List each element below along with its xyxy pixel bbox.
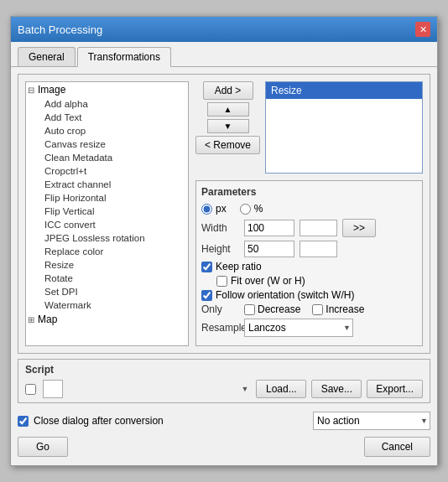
batch-processing-dialog: Batch Processing ✕ General Transformatio… bbox=[10, 16, 438, 466]
tree-item-icc-convert[interactable]: ICC convert bbox=[26, 218, 188, 231]
follow-orientation-checkbox[interactable] bbox=[201, 290, 212, 301]
dialog-title: Batch Processing bbox=[18, 23, 102, 36]
dialog-content: ⊟ Image Add alpha Add Text Auto crop Can… bbox=[11, 67, 437, 465]
width-row: Width >> bbox=[201, 219, 417, 237]
tree-item-watermark[interactable]: Watermark bbox=[26, 298, 188, 312]
radio-pct-label[interactable]: % bbox=[240, 203, 263, 215]
tree-item-add-alpha[interactable]: Add alpha bbox=[26, 97, 188, 111]
tree-item-resize[interactable]: Resize bbox=[26, 258, 188, 272]
tree-scroll[interactable]: ⊟ Image Add alpha Add Text Auto crop Can… bbox=[26, 82, 188, 325]
no-action-combo[interactable]: No action Open folder Shutdown ▼ bbox=[313, 412, 430, 430]
tree-item-canvas-resize[interactable]: Canvas resize bbox=[26, 137, 188, 151]
tree-item-auto-crop[interactable]: Auto crop bbox=[26, 124, 188, 137]
script-checkbox[interactable] bbox=[25, 384, 36, 395]
tree-item-replace-color[interactable]: Replace color bbox=[26, 245, 188, 258]
script-combo-arrow-icon: ▼ bbox=[241, 385, 248, 393]
increase-checkbox[interactable] bbox=[312, 304, 323, 315]
follow-orientation-label: Follow orientation (switch W/H) bbox=[216, 289, 354, 301]
radio-px[interactable] bbox=[201, 204, 212, 215]
resample-select[interactable]: Lanczos Bilinear Bicubic Nearest None bbox=[244, 319, 353, 337]
width-label: Width bbox=[201, 222, 239, 234]
expand-icon: ⊟ bbox=[28, 86, 34, 95]
width-arrow-button[interactable]: >> bbox=[342, 219, 376, 237]
tree-item-cropctrl[interactable]: Cropctrl+t bbox=[26, 164, 188, 178]
title-bar: Batch Processing ✕ bbox=[11, 17, 437, 42]
script-combo-wrapper: ▼ bbox=[43, 380, 251, 398]
script-title: Script bbox=[25, 364, 423, 376]
params-section: Parameters px % Width bbox=[195, 180, 423, 346]
keep-ratio-row: Keep ratio bbox=[201, 261, 417, 272]
action-list[interactable]: Resize bbox=[265, 81, 423, 174]
tree-item-image[interactable]: ⊟ Image bbox=[26, 82, 188, 97]
no-action-select[interactable]: No action Open folder Shutdown bbox=[313, 412, 430, 430]
decrease-group: Decrease bbox=[244, 303, 300, 315]
tree-item-map[interactable]: ⊞ Map bbox=[26, 312, 188, 325]
tree-item-add-text[interactable]: Add Text bbox=[26, 111, 188, 124]
tree-item-set-dpi[interactable]: Set DPI bbox=[26, 285, 188, 298]
script-section: Script ▼ Load... Save... Export... bbox=[18, 359, 430, 403]
only-label: Only bbox=[201, 303, 239, 315]
down-button[interactable]: ▼ bbox=[207, 119, 249, 133]
decrease-checkbox[interactable] bbox=[244, 304, 255, 315]
close-button[interactable]: ✕ bbox=[415, 22, 430, 37]
keep-ratio-label: Keep ratio bbox=[216, 261, 262, 272]
tree-item-rotate[interactable]: Rotate bbox=[26, 272, 188, 285]
add-button[interactable]: Add > bbox=[203, 81, 253, 100]
width-input[interactable] bbox=[244, 220, 294, 236]
footer-left: Close dialog after conversion bbox=[18, 415, 164, 427]
fit-over-label: Fit over (W or H) bbox=[231, 275, 305, 287]
resample-label: Resample bbox=[201, 322, 239, 334]
height-pct-input[interactable] bbox=[300, 241, 337, 257]
close-after-checkbox[interactable] bbox=[18, 416, 29, 427]
footer-row: Close dialog after conversion No action … bbox=[18, 408, 430, 433]
resample-combo[interactable]: Lanczos Bilinear Bicubic Nearest None ▼ bbox=[244, 319, 353, 337]
tree-item-flip-vertical[interactable]: Flip Vertical bbox=[26, 205, 188, 218]
script-row: ▼ Load... Save... Export... bbox=[25, 380, 423, 398]
action-list-item-resize[interactable]: Resize bbox=[266, 82, 422, 99]
height-input[interactable] bbox=[244, 241, 294, 257]
increase-label: Increase bbox=[326, 303, 364, 315]
go-button[interactable]: Go bbox=[18, 437, 68, 457]
action-footer-row: Go Cancel bbox=[18, 433, 430, 459]
decrease-label: Decrease bbox=[258, 303, 300, 315]
height-row: Height bbox=[201, 241, 417, 257]
tab-transformations[interactable]: Transformations bbox=[77, 47, 171, 67]
tree-item-extract-channel[interactable]: Extract channel bbox=[26, 178, 188, 191]
increase-group: Increase bbox=[312, 303, 364, 315]
main-area: ⊟ Image Add alpha Add Text Auto crop Can… bbox=[18, 74, 430, 354]
radio-px-label[interactable]: px bbox=[201, 203, 227, 215]
load-button[interactable]: Load... bbox=[256, 380, 306, 398]
save-button[interactable]: Save... bbox=[311, 380, 362, 398]
right-panel: Add > ▲ ▼ < Remove Resize Parameters bbox=[195, 81, 423, 346]
script-combo[interactable] bbox=[43, 380, 63, 398]
cancel-button[interactable]: Cancel bbox=[364, 437, 430, 457]
tab-bar: General Transformations bbox=[11, 42, 437, 67]
close-after-label: Close dialog after conversion bbox=[34, 415, 164, 427]
up-button[interactable]: ▲ bbox=[207, 102, 249, 117]
only-row: Only Decrease Increase bbox=[201, 303, 417, 315]
fit-over-row: Fit over (W or H) bbox=[201, 275, 417, 287]
width-pct-input[interactable] bbox=[300, 220, 337, 236]
fit-over-checkbox[interactable] bbox=[216, 276, 227, 287]
tree-item-clean-metadata[interactable]: Clean Metadata bbox=[26, 151, 188, 164]
radio-group: px % bbox=[201, 203, 417, 215]
keep-ratio-checkbox[interactable] bbox=[201, 262, 212, 272]
action-area: Add > ▲ ▼ < Remove Resize bbox=[195, 81, 423, 174]
tree-panel: ⊟ Image Add alpha Add Text Auto crop Can… bbox=[25, 81, 189, 346]
follow-orientation-row: Follow orientation (switch W/H) bbox=[201, 289, 417, 301]
params-title: Parameters bbox=[201, 186, 417, 198]
radio-pct[interactable] bbox=[240, 204, 251, 215]
height-label: Height bbox=[201, 243, 239, 255]
tree-item-jpeg-lossless[interactable]: JPEG Lossless rotation bbox=[26, 231, 188, 245]
remove-button[interactable]: < Remove bbox=[195, 136, 260, 154]
expand-icon-map: ⊞ bbox=[28, 315, 34, 324]
resample-row: Resample Lanczos Bilinear Bicubic Neares… bbox=[201, 319, 417, 337]
export-button[interactable]: Export... bbox=[367, 380, 423, 398]
action-buttons: Add > ▲ ▼ < Remove bbox=[195, 81, 260, 174]
tab-general[interactable]: General bbox=[18, 47, 76, 66]
tree-item-flip-horizontal[interactable]: Flip Horizontal bbox=[26, 191, 188, 205]
footer-right: No action Open folder Shutdown ▼ bbox=[313, 412, 430, 430]
